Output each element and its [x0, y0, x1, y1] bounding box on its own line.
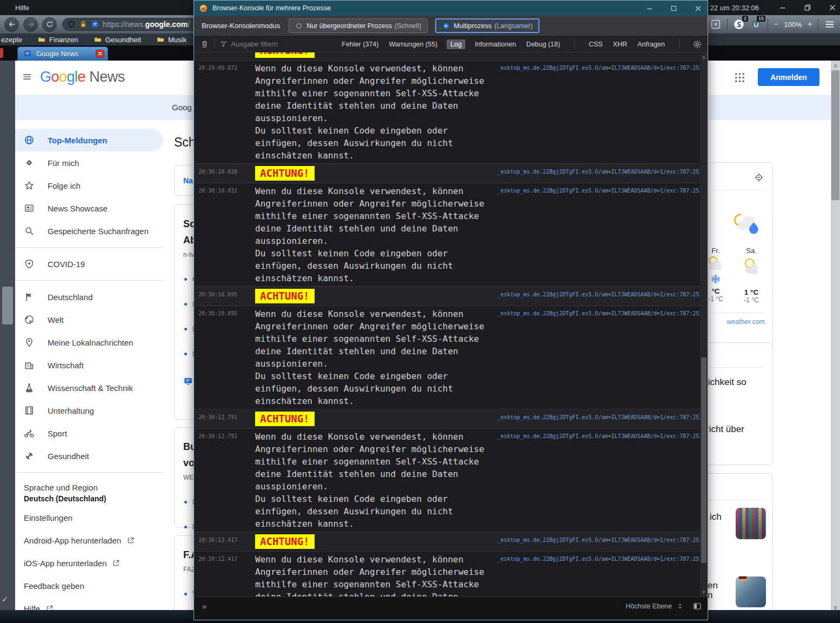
filter-button-css[interactable]: CSS [588, 40, 604, 49]
log-row[interactable]: 20:30:10.030ACHTUNG!_esktop_ms.de.22Bgj2… [194, 164, 700, 183]
tracking-shield-icon[interactable] [67, 20, 76, 29]
filter-button-log[interactable]: Log [446, 39, 465, 49]
console-maximize-icon[interactable] [670, 4, 678, 12]
partial-tab-close[interactable] [0, 48, 3, 58]
headline-fragment[interactable]: richt über [706, 424, 744, 435]
log-row[interactable]: 20:30:12.791ACHTUNG!_esktop_ms.de.22Bgj2… [194, 409, 700, 429]
sidebar-item-f-r-mich[interactable]: Für mich [15, 151, 163, 174]
log-row[interactable]: ACHTUNG! [194, 52, 700, 61]
article-thumbnail[interactable] [736, 508, 766, 539]
article-thumbnail[interactable] [736, 576, 766, 607]
filter-button-xhr[interactable]: XHR [612, 40, 628, 49]
mode-option-multiprocess[interactable]: Multiprozess(Langsamer) [435, 18, 539, 33]
location-target-icon[interactable] [754, 172, 764, 183]
console-prompt[interactable]: » [202, 601, 207, 612]
bookmark-item[interactable]: Gesundheit [94, 36, 142, 44]
sidebar-item-einstellungen[interactable]: Einstellungen [15, 506, 163, 529]
bookmark-item[interactable]: ezepte [1, 36, 22, 44]
sidebar-item-wirtschaft[interactable]: Wirtschaft [15, 354, 163, 376]
app-menu-icon[interactable] [824, 18, 836, 30]
tab-google-news[interactable]: Google News ✕ [17, 47, 108, 61]
sidebar-item-welt[interactable]: Welt [15, 308, 163, 331]
extension-icon-ublock[interactable]: 15 [750, 18, 762, 30]
console-minimize-icon[interactable] [645, 4, 654, 12]
topic-chip-fragment[interactable]: Na [183, 176, 193, 185]
console-scroll-down-arrow[interactable]: ∨ [700, 588, 708, 595]
window-close-icon[interactable] [828, 3, 837, 12]
sidebar-item-gespeicherte-suchanfragen[interactable]: Gespeicherte Suchanfragen [15, 220, 163, 242]
menu-hilfe[interactable]: Hilfe [15, 4, 29, 12]
filter-button-debug-18-[interactable]: Debug (18) [525, 40, 562, 49]
filter-button-warnungen-55-[interactable]: Warnungen (55) [388, 40, 438, 49]
console-titlebar[interactable]: Browser-Konsole für mehrere Prozesse [194, 1, 708, 16]
log-row[interactable]: 20:30:12.417Wenn du diese Konsole verwen… [194, 552, 700, 597]
window-restore-icon[interactable] [803, 3, 812, 12]
mode-option-parent-only[interactable]: Nur übergeordneter Prozess(Schnell) [289, 18, 428, 33]
log-source-link[interactable]: _esktop_ms.de.22Bgj2DTgFI.es5.O/am=IL7JW… [497, 412, 702, 420]
sidebar-item-ios-app-herunterladen[interactable]: iOS-App herunterladen [15, 552, 163, 574]
log-row[interactable]: 20:30:10.031Wenn du diese Konsole verwen… [194, 183, 700, 287]
bookmark-item[interactable]: Finanzen [37, 36, 78, 44]
lock-icon[interactable] [79, 20, 88, 29]
console-input-row[interactable]: » Höchste Ebene [194, 597, 708, 620]
bookmark-item[interactable]: Musik [156, 36, 186, 44]
headline-fragment[interactable]: ich [710, 512, 722, 522]
headline-fragment[interactable]: lichkeit so [706, 377, 746, 388]
filter-button-informationen[interactable]: Informationen [474, 40, 517, 49]
scrollbar-thumb[interactable] [831, 70, 839, 200]
log-source-link[interactable]: _esktop_ms.de.22Bgj2DTgFI.es5.O/am=IL7JW… [497, 308, 702, 316]
sidebar-item-android-app-herunterladen[interactable]: Android-App herunterladen [15, 529, 163, 552]
sidebar-item-covid-19[interactable]: COVID-19 [15, 253, 163, 275]
google-apps-icon[interactable] [734, 71, 746, 84]
log-row[interactable]: 20:30:12.417ACHTUNG!_esktop_ms.de.22Bgj2… [194, 532, 700, 552]
sidebar-item-folge-ich[interactable]: Folge ich [15, 174, 163, 197]
split-console-icon[interactable] [692, 601, 702, 611]
back-button[interactable] [4, 17, 19, 32]
headline-fragment[interactable]: en [708, 580, 718, 591]
log-source-link[interactable]: _esktop_ms.de.22Bgj2DTgFI.es5.O/am=IL7JW… [497, 553, 702, 562]
log-row[interactable]: 20:30:10.695Wenn du diese Konsole verwen… [194, 306, 700, 409]
gn-logo[interactable]: GoogleNews [40, 69, 125, 85]
sidebar-item-sport[interactable]: Sport [15, 422, 163, 445]
reload-button[interactable] [42, 17, 57, 32]
left-scrollbar-thumb[interactable] [2, 287, 13, 324]
sidebar-item-deutschland[interactable]: Deutschland [15, 286, 163, 308]
weather-source-link[interactable]: weather.com [726, 318, 765, 326]
forward-button[interactable] [23, 17, 38, 32]
log-source-link[interactable]: _esktop_ms.de.22Bgj2DTgFI.es5.O/am=IL7JW… [497, 534, 702, 543]
full-coverage-icon[interactable] [183, 376, 193, 386]
extension-icon-closebox[interactable] [710, 18, 722, 30]
log-source-link[interactable]: _esktop_ms.de.22Bgj2DTgFI.es5.O/am=IL7JW… [497, 166, 702, 175]
context-selector[interactable]: Höchste Ebene [626, 602, 672, 610]
gn-menu-icon[interactable] [21, 71, 34, 82]
signin-button[interactable]: Anmelden [758, 68, 819, 86]
scrollbar-up-arrow[interactable]: ∧ [831, 61, 840, 70]
log-source-link[interactable]: _esktop_ms.de.22Bgj2DTgFI.es5.O/am=IL7JW… [497, 62, 702, 71]
sidebar-item-feedback-geben[interactable]: Feedback geben [15, 574, 163, 597]
console-scroll-up-arrow[interactable]: ∧ [700, 54, 708, 61]
sidebar-item-wissenschaft-technik[interactable]: Wissenschaft & Technik [15, 376, 163, 399]
log-row[interactable]: 20:29:00.872Wenn du diese Konsole verwen… [194, 61, 700, 164]
filter-button-fehler-374-[interactable]: Fehler (374) [341, 40, 379, 49]
zoom-level[interactable]: 100% [784, 21, 802, 29]
window-minimize-icon[interactable] [778, 3, 787, 12]
log-source-link[interactable]: _esktop_ms.de.22Bgj2DTgFI.es5.O/am=IL7JW… [497, 289, 702, 297]
page-scrollbar[interactable]: ∧ ∨ [831, 61, 840, 612]
sidebar-item-meine-lokalnachrichten[interactable]: Meine Lokalnachrichten [15, 331, 163, 354]
sidebar-item-unterhaltung[interactable]: Unterhaltung [15, 399, 163, 422]
zoom-out-button[interactable]: − [774, 19, 778, 29]
log-source-link[interactable]: _esktop_ms.de.22Bgj2DTgFI.es5.O/am=IL7JW… [497, 430, 702, 439]
console-scroll-thumb[interactable] [701, 357, 706, 563]
extension-icon-ghostery[interactable]: 2 [733, 18, 745, 30]
sidebar-item-news-showcase[interactable]: News Showcase [15, 197, 163, 220]
clear-console-icon[interactable] [200, 39, 209, 49]
log-source-link[interactable]: _esktop_ms.de.22Bgj2DTgFI.es5.O/am=IL7JW… [497, 185, 702, 194]
headline-fragment[interactable]: n [708, 590, 712, 601]
filter-button-anfragen[interactable]: Anfragen [636, 40, 666, 49]
sidebar-item-gesundheit[interactable]: Gesundheit [15, 445, 163, 467]
console-close-icon[interactable] [694, 4, 702, 12]
sidebar-item-top-meldungen[interactable]: Top-Meldungen [15, 129, 163, 151]
log-row[interactable]: 20:30:12.791Wenn du diese Konsole verwen… [194, 429, 700, 532]
tab-close-icon[interactable]: ✕ [96, 50, 104, 58]
filter-input[interactable]: Ausgabe filtern [231, 40, 278, 48]
